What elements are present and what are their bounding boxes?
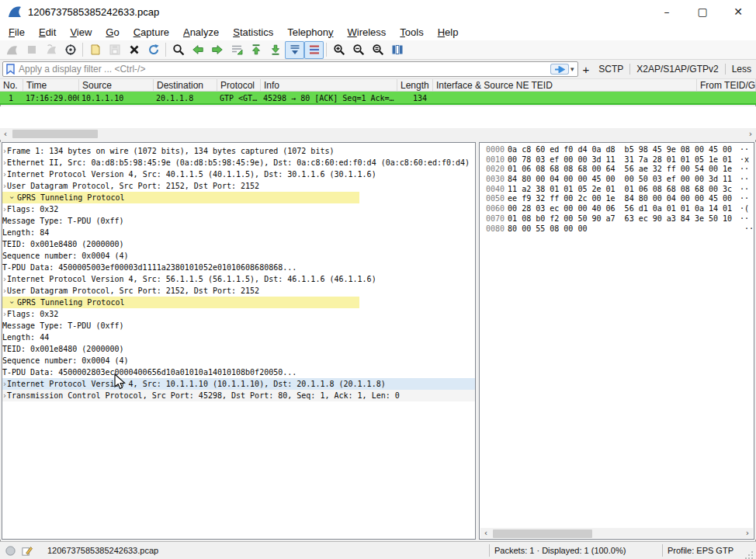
expert-info-icon[interactable]: [5, 545, 16, 557]
menu-capture[interactable]: Capture: [127, 25, 176, 40]
add-filter-button[interactable]: +: [578, 61, 595, 78]
detail-row[interactable]: ›Flags: 0x32: [2, 203, 475, 215]
detail-row[interactable]: TEID: 0x001e8480 (2000000): [2, 238, 475, 250]
column-header-interface-source-ne-teid[interactable]: Interface & Source NE TEID: [433, 79, 697, 91]
detail-row[interactable]: Message Type: T-PDU (0xff): [2, 320, 475, 332]
close-file-button[interactable]: [124, 41, 144, 59]
packet-list-hscrollbar[interactable]: ‹ ›: [0, 128, 756, 140]
detail-row[interactable]: ›Internet Protocol Version 4, Src: 56.1.…: [2, 273, 475, 285]
column-header-destination[interactable]: Destination: [154, 79, 217, 91]
column-header-info[interactable]: Info: [261, 79, 397, 91]
hex-row[interactable]: 00000a c8 60 ed f0 d4 0a d8 b5 98 45 9e …: [486, 145, 754, 155]
colorize-packets-toggle[interactable]: [304, 41, 324, 59]
resize-columns-button[interactable]: [387, 41, 407, 59]
menu-help[interactable]: Help: [431, 25, 466, 40]
auto-scroll-toggle[interactable]: [285, 41, 304, 59]
column-header-source[interactable]: Source: [79, 79, 154, 91]
apply-filter-button[interactable]: [550, 64, 569, 75]
hex-row[interactable]: 006000 28 03 ec 00 00 40 06 56 d1 0a 01 …: [486, 204, 754, 214]
collapse-chevron-icon[interactable]: ›: [6, 193, 18, 203]
filter-shortcut-x2ap-s1ap-gtpv2[interactable]: X2AP/S1AP/GTPv2: [632, 62, 723, 76]
go-back-button[interactable]: [188, 41, 207, 59]
go-forward-button[interactable]: [207, 41, 227, 59]
capture-comment-icon[interactable]: [21, 545, 33, 557]
column-header-time[interactable]: Time: [23, 79, 79, 91]
go-to-top-button[interactable]: [246, 41, 265, 59]
find-packet-button[interactable]: [168, 41, 188, 59]
menu-view[interactable]: View: [63, 25, 99, 40]
menu-analyze[interactable]: Analyze: [176, 25, 226, 40]
detail-row[interactable]: ›Transmission Control Protocol, Src Port…: [2, 390, 475, 401]
menu-wireless[interactable]: Wireless: [341, 25, 394, 40]
scrollbar-thumb[interactable]: [12, 130, 98, 138]
hex-bytes: 11 a2 38 01 01 05 2e 01 01 06 08 68 08 6…: [508, 185, 732, 193]
menu-tools[interactable]: Tools: [393, 25, 430, 40]
zoom-in-button[interactable]: [329, 41, 349, 59]
zoom-out-button[interactable]: [349, 41, 368, 59]
scrollbar-track[interactable]: [491, 528, 742, 538]
scroll-left-arrow-icon[interactable]: ‹: [480, 528, 491, 538]
detail-row[interactable]: TEID: 0x001e8480 (2000000): [2, 343, 475, 355]
filter-less-button[interactable]: Less: [727, 62, 756, 76]
detail-row[interactable]: Sequence number: 0x0004 (4): [2, 250, 475, 262]
detail-row[interactable]: ›Flags: 0x32: [2, 308, 475, 320]
scrollbar-thumb[interactable]: [493, 529, 592, 538]
hex-hscrollbar[interactable]: ‹ ›: [480, 528, 753, 538]
menu-statistics[interactable]: Statistics: [226, 25, 280, 40]
display-filter-input[interactable]: [19, 63, 550, 75]
hex-row[interactable]: 007001 08 b0 f2 00 50 90 a7 63 ec 90 a3 …: [486, 214, 754, 224]
filter-dropdown-caret[interactable]: ▾: [570, 65, 574, 73]
detail-row[interactable]: ›Internet Protocol Version 4, Src: 40.1.…: [2, 168, 475, 180]
detail-row[interactable]: ›Internet Protocol Version 4, Src: 10.1.…: [2, 378, 475, 390]
column-header-from-teid-gre-ke[interactable]: From TEID/GRE Ke: [697, 79, 756, 91]
go-to-bottom-button[interactable]: [265, 41, 285, 59]
menu-go[interactable]: Go: [99, 25, 126, 40]
detail-row[interactable]: ›User Datagram Protocol, Src Port: 2152,…: [2, 180, 475, 192]
bookmark-icon[interactable]: [6, 64, 15, 75]
reload-file-button[interactable]: [144, 41, 163, 59]
hex-row[interactable]: 004011 a2 38 01 01 05 2e 01 01 06 08 68 …: [486, 185, 754, 195]
restart-capture-button[interactable]: [41, 41, 61, 59]
menu-edit[interactable]: Edit: [32, 25, 63, 40]
detail-row[interactable]: T-PDU Data: 4500005003ef00003d1111a23801…: [2, 262, 475, 273]
scroll-right-arrow-icon[interactable]: ›: [742, 528, 753, 538]
capture-options-button[interactable]: [61, 41, 80, 59]
minimize-button[interactable]: –: [649, 0, 685, 23]
collapse-chevron-icon[interactable]: ›: [6, 297, 18, 307]
start-capture-button[interactable]: [2, 41, 22, 59]
hex-row[interactable]: 001000 78 03 ef 00 00 3d 11 31 7a 28 01 …: [486, 155, 754, 165]
save-file-button[interactable]: [105, 41, 124, 59]
menu-file[interactable]: File: [2, 25, 32, 40]
status-profile[interactable]: Profile: EPS GTP: [668, 546, 739, 555]
scrollbar-track[interactable]: [11, 128, 745, 140]
packet-row-1[interactable]: 117:16:29.000…10.1.1.1020.1.1.8GTP <GT…4…: [0, 92, 756, 105]
detail-row[interactable]: ›GPRS Tunneling Protocol: [2, 192, 475, 203]
detail-row[interactable]: ›GPRS Tunneling Protocol: [2, 297, 475, 308]
hex-row[interactable]: 0050ee f9 32 ff 00 2c 00 1e 84 80 00 04 …: [486, 194, 754, 204]
detail-row[interactable]: T-PDU Data: 4500002803ec0000400656d10a01…: [2, 366, 475, 378]
go-to-packet-button[interactable]: [227, 41, 246, 59]
menu-telephony[interactable]: Telephony: [280, 25, 340, 40]
hex-row[interactable]: 003084 80 00 04 00 00 45 00 00 50 03 ef …: [486, 175, 754, 185]
stop-capture-button[interactable]: [22, 41, 41, 59]
detail-row[interactable]: Message Type: T-PDU (0xff): [2, 215, 475, 227]
hex-row[interactable]: 008080 00 55 08 00 00··: [486, 224, 754, 234]
filter-shortcut-sctp[interactable]: SCTP: [594, 62, 628, 76]
scroll-left-arrow-icon[interactable]: ‹: [0, 129, 11, 139]
open-file-button[interactable]: [85, 41, 105, 59]
detail-row[interactable]: Sequence number: 0x0004 (4): [2, 355, 475, 366]
close-button[interactable]: ✕: [720, 0, 756, 23]
hex-row[interactable]: 002001 06 08 68 08 68 00 64 56 ae 32 ff …: [486, 165, 754, 175]
column-header-protocol[interactable]: Protocol: [217, 79, 261, 91]
resize-grip-icon[interactable]: [745, 550, 754, 559]
detail-row[interactable]: ›User Datagram Protocol, Src Port: 2152,…: [2, 285, 475, 297]
column-header-length[interactable]: Length: [397, 79, 433, 91]
detail-row[interactable]: Length: 44: [2, 332, 475, 343]
scroll-right-arrow-icon[interactable]: ›: [745, 129, 756, 139]
detail-row[interactable]: ›Ethernet II, Src: 0a:d8:b5:98:45:9e (0a…: [2, 157, 475, 168]
maximize-button[interactable]: ▢: [685, 0, 720, 23]
column-header-no-[interactable]: No.: [0, 79, 23, 91]
detail-row[interactable]: Length: 84: [2, 227, 475, 238]
zoom-reset-button[interactable]: [368, 41, 387, 59]
detail-row[interactable]: ›Frame 1: 134 bytes on wire (1072 bits),…: [2, 145, 475, 157]
